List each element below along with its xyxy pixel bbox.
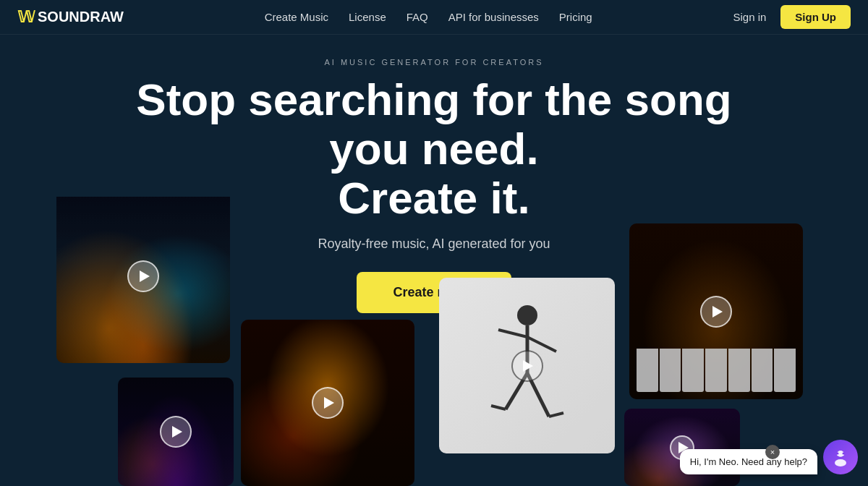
nav-links: Create Music License FAQ API for busines… — [265, 11, 592, 23]
sign-in-link[interactable]: Sign in — [733, 11, 766, 23]
svg-point-9 — [835, 459, 846, 466]
city-card — [118, 378, 234, 486]
svg-point-10 — [837, 453, 839, 455]
dancer-card: .dancer-play::after { border-color: tran… — [439, 278, 615, 453]
navigation: 𝕎 SOUNDRAW Create Music License FAQ API … — [0, 0, 868, 35]
logo-text: SOUNDRAW — [38, 9, 124, 25]
svg-point-11 — [843, 453, 845, 455]
concert-play-button[interactable] — [127, 260, 159, 292]
chat-widget: × Hi, I'm Neo. Need any help? — [680, 440, 858, 474]
concert-card — [56, 197, 230, 363]
city-play-button[interactable] — [160, 416, 192, 448]
chat-avatar[interactable] — [823, 440, 858, 474]
nav-right: Sign in Sign Up — [733, 5, 851, 29]
nav-license[interactable]: License — [349, 11, 386, 23]
logo[interactable]: 𝕎 SOUNDRAW — [17, 8, 124, 27]
disco-card — [241, 320, 414, 486]
nav-pricing[interactable]: Pricing — [559, 11, 592, 23]
disco-play-button[interactable] — [312, 387, 344, 419]
sign-up-button[interactable]: Sign Up — [780, 5, 851, 29]
nav-api[interactable]: API for businesses — [448, 11, 539, 23]
piano-card — [629, 223, 803, 399]
piano-play-button[interactable] — [700, 296, 732, 328]
chat-bubble: Hi, I'm Neo. Need any help? — [680, 449, 817, 474]
chat-close-button[interactable]: × — [765, 445, 780, 459]
hero-subtitle: AI MUSIC GENERATOR FOR CREATORS — [324, 58, 543, 67]
logo-icon: 𝕎 — [17, 8, 35, 27]
hero-section: AI MUSIC GENERATOR FOR CREATORS Stop sea… — [0, 0, 868, 486]
nav-create-music[interactable]: Create Music — [265, 11, 328, 23]
hero-title-line1: Stop searching for the song you need. — [136, 74, 731, 174]
nav-faq[interactable]: FAQ — [407, 11, 428, 23]
dancer-play-button[interactable]: .dancer-play::after { border-color: tran… — [511, 350, 543, 382]
